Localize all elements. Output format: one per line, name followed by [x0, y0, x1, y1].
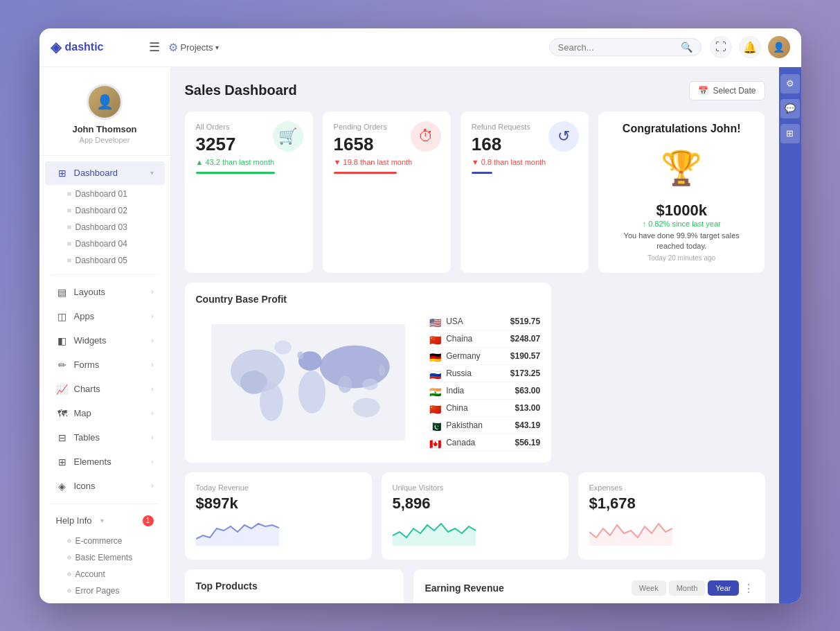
right-panels: ⚙ 💬 ⊞ [779, 67, 801, 603]
chevron-icon: ▾ [150, 169, 154, 177]
sidebar-item-label-elements: Elements [74, 456, 111, 467]
svg-point-3 [260, 382, 283, 421]
chevron-down-icon: ▾ [100, 517, 104, 524]
search-box[interactable]: 🔍 [549, 38, 702, 56]
country-amount-india: $63.00 [515, 386, 541, 396]
sidebar-item-label-dashboard: Dashboard [74, 168, 118, 178]
country-amount-pakistan: $43.19 [515, 420, 541, 430]
sidebar-item-dashboard[interactable]: ⊞ Dashboard ▾ [45, 161, 165, 185]
projects-dropdown[interactable]: ⚙ Projects ▾ [168, 41, 220, 54]
flag-india: 🇮🇳 [429, 386, 442, 395]
sidebar-item-label-icons: Icons [74, 481, 96, 491]
search-input[interactable] [558, 42, 681, 53]
chevron-right-icon: › [151, 458, 153, 465]
metric-card-expenses: Expenses $1,678 [578, 472, 765, 560]
sidebar-sub-account[interactable]: Account [39, 566, 170, 583]
sidebar-sub-dashboard03[interactable]: Dashboard 03 [39, 219, 170, 235]
more-options-icon[interactable]: ⋮ [743, 582, 754, 595]
right-panel-chat[interactable]: 💬 [780, 99, 800, 118]
select-date-button[interactable]: 📅 Select Date [689, 81, 765, 100]
icons-icon: ◈ [56, 480, 69, 492]
sidebar-item-widgets[interactable]: ◧ Widgets › [45, 329, 165, 353]
search-icon: 🔍 [681, 42, 692, 53]
sidebar-sub-dashboard04[interactable]: Dashboard 04 [39, 235, 170, 252]
bullet-icon [67, 258, 71, 263]
sidebar-item-tables[interactable]: ⊟ Tables › [45, 426, 165, 450]
sidebar-item-charts[interactable]: 📈 Charts › [45, 377, 165, 401]
sidebar-item-layouts[interactable]: ▤ Layouts › [45, 281, 165, 304]
bullet-icon [67, 539, 71, 543]
svg-point-10 [379, 365, 385, 377]
projects-label: Projects [181, 42, 213, 53]
apps-icon: ◫ [56, 310, 69, 323]
sidebar-sub-dashboard01[interactable]: Dashboard 01 [39, 186, 170, 202]
world-map [196, 313, 422, 452]
stat-card-refund: Refund Requests 168 ▼ 0.8 than last mont… [461, 112, 589, 274]
svg-point-6 [320, 346, 390, 389]
stat-bar-all-orders [196, 172, 276, 174]
country-list: 🇺🇸 USA $519.75 🇨🇳 Chaina $248 [429, 313, 540, 452]
stat-icon-pending: ⏱ [411, 121, 441, 152]
country-name-india: India [446, 386, 464, 396]
sidebar-item-label-widgets: Widgets [74, 335, 107, 346]
sidebar-sub-ecommerce[interactable]: E-commerce [39, 533, 170, 549]
sidebar-sub-dashboard02[interactable]: Dashboard 02 [39, 202, 170, 219]
calendar-icon: 📅 [698, 86, 708, 96]
gear-icon: ⚙ [168, 41, 178, 54]
sidebar-item-forms[interactable]: ✏ Forms › [45, 353, 165, 377]
country-name-china: Chaina [446, 334, 472, 344]
metric-label-expenses: Expenses $1,678 [589, 483, 754, 513]
forms-icon: ✏ [56, 359, 69, 371]
sidebar-item-label-tables: Tables [74, 432, 100, 443]
bullet-icon [67, 589, 71, 593]
chevron-right-icon: › [151, 312, 153, 320]
svg-point-11 [363, 379, 378, 391]
chevron-down-icon: ▾ [215, 44, 219, 51]
topbar-actions: ⛶ 🔔 👤 [710, 36, 790, 58]
right-panel-settings[interactable]: ⚙ [780, 74, 800, 94]
country-row-germany: 🇩🇪 Germany $190.57 [429, 348, 540, 365]
products-card: Top Products 📚 Latest Books 2,30,400 tim… [185, 569, 404, 603]
nav-separator-2 [51, 504, 159, 504]
user-role: App Developer [39, 136, 170, 144]
sidebar-item-label-map: Map [74, 408, 91, 418]
chevron-right-icon: › [151, 385, 153, 393]
country-name-usa: USA [446, 317, 463, 326]
sidebar-item-icons[interactable]: ◈ Icons › [45, 474, 165, 498]
sidebar-sub-basic-elements[interactable]: Basic Elements [39, 549, 170, 566]
bullet-icon [67, 192, 71, 196]
fullscreen-button[interactable]: ⛶ [710, 36, 732, 58]
sidebar-item-label-apps: Apps [74, 311, 95, 321]
sidebar-item-elements[interactable]: ⊞ Elements › [45, 450, 165, 474]
revenue-card-title: Earning Revenue [425, 583, 503, 594]
tab-week[interactable]: Week [632, 580, 666, 596]
tab-month[interactable]: Month [669, 580, 706, 596]
elements-icon: ⊞ [56, 456, 69, 468]
menu-toggle-icon[interactable]: ☰ [149, 39, 160, 55]
bullet-icon [67, 572, 71, 576]
sidebar-item-apps[interactable]: ◫ Apps › [45, 305, 165, 328]
user-avatar-button[interactable]: 👤 [768, 36, 790, 58]
congrats-time: Today 20 minutes ago [609, 254, 754, 262]
right-panel-grid[interactable]: ⊞ [780, 124, 800, 143]
svg-marker-15 [589, 524, 672, 546]
sidebar: 👤 John Thomson App Developer ⊞ Dashboard… [39, 67, 171, 603]
metric-label-revenue: Today Revenue $897k [196, 483, 361, 513]
sidebar-item-map[interactable]: 🗺 Map › [45, 402, 165, 425]
sidebar-item-submenus[interactable]: ⊕ Submenus ▾ [45, 600, 165, 603]
sidebar-sub-error-pages[interactable]: Error Pages [39, 583, 170, 599]
map-icon: 🗺 [56, 407, 69, 420]
logo-icon: ◈ [51, 39, 61, 55]
country-row-russia: 🇷🇺 Russia $173.25 [429, 365, 540, 382]
metric-value-visitors: 5,896 [393, 495, 557, 513]
tab-year[interactable]: Year [708, 580, 738, 596]
congrats-amount: $1000k [609, 202, 754, 220]
sidebar-sub-dashboard05[interactable]: Dashboard 05 [39, 252, 170, 269]
country-row-china: 🇨🇳 Chaina $248.07 [429, 330, 540, 348]
metric-value-expenses: $1,678 [589, 495, 754, 513]
country-name-russia: Russia [446, 368, 472, 378]
sidebar-item-help[interactable]: Help Info ▾ 1 [45, 510, 165, 532]
notification-button[interactable]: 🔔 [739, 36, 761, 58]
logo: ◈ dashtic [51, 39, 141, 55]
visitors-sparkline [393, 518, 557, 549]
